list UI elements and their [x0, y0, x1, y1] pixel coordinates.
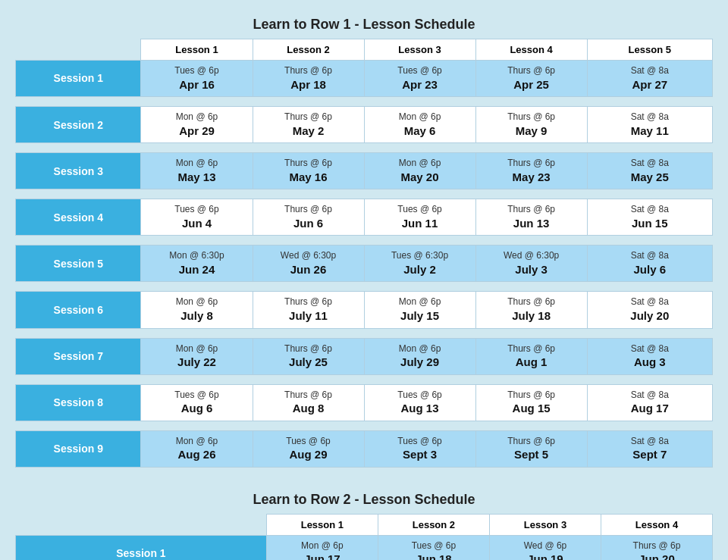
lesson-cell: Sat @ 8aAug 3	[587, 338, 712, 374]
lesson-cell: Mon @ 6pApr 29	[141, 107, 253, 143]
lesson-cell: Tues @ 6:30pJuly 2	[364, 246, 475, 282]
session-label-4: Session 4	[16, 199, 141, 236]
lesson-cell: Wed @ 6:30pJun 26	[253, 246, 364, 282]
empty-header	[16, 39, 141, 61]
lesson-cell: Mon @ 6pMay 6	[364, 107, 475, 143]
table-row: Session 1Tues @ 6pApr 16Thurs @ 6pApr 18…	[16, 61, 713, 97]
lesson-cell: Tues @ 6pAug 6	[141, 384, 253, 421]
lesson-cell: Sat @ 8aJuly 6	[587, 246, 712, 282]
lesson-cell: Thurs @ 6pMay 23	[475, 153, 587, 189]
lesson-cell: Thurs @ 6pJuly 11	[253, 292, 364, 328]
lesson-cell: Tues @ 6pApr 23	[364, 61, 475, 97]
table-row: Session 5Mon @ 6:30pJun 24Wed @ 6:30pJun…	[16, 246, 713, 282]
spacer-row	[16, 328, 713, 338]
lesson-cell: Thurs @ 6pJun 20	[601, 535, 712, 560]
lesson-header-3: Lesson 3	[364, 39, 475, 61]
session-label-8: Session 8	[16, 384, 141, 421]
session-label-9: Session 9	[16, 430, 141, 467]
session-label-7: Session 7	[16, 338, 141, 374]
page-container: Learn to Row 1 - Lesson Schedule Lesson …	[15, 8, 713, 560]
lesson-cell: Sat @ 8aMay 25	[587, 153, 712, 189]
lesson-cell: Thurs @ 6pApr 25	[475, 61, 587, 97]
lesson-cell: Tues @ 6pJun 4	[141, 199, 253, 236]
lesson-cell: Thurs @ 6pMay 9	[475, 107, 587, 143]
ltr1-table: Lesson 1Lesson 2Lesson 3Lesson 4Lesson 5…	[15, 39, 713, 468]
spacer-row	[16, 143, 713, 153]
lesson-cell: Tues @ 6pApr 16	[141, 61, 253, 97]
lesson-header-2: Lesson 2	[378, 514, 489, 535]
lesson-cell: Sat @ 8aMay 11	[587, 107, 712, 143]
lesson-cell: Thurs @ 6pAug 15	[475, 384, 587, 421]
session-label-6: Session 6	[16, 292, 141, 328]
table-row: Session 6Mon @ 6pJuly 8Thurs @ 6pJuly 11…	[16, 292, 713, 328]
lesson-cell: Sat @ 8aSept 7	[587, 430, 712, 467]
lesson-cell: Thurs @ 6pJun 13	[475, 199, 587, 236]
lesson-cell: Tues @ 6pJun 18	[378, 535, 489, 560]
lesson-cell: Mon @ 6pMay 13	[141, 153, 253, 189]
lesson-cell: Thurs @ 6pAug 8	[253, 384, 364, 421]
session-label-1: Session 1	[16, 535, 267, 560]
lesson-cell: Mon @ 6:30pJun 24	[141, 246, 253, 282]
ltr2-title: Learn to Row 2 - Lesson Schedule	[15, 483, 713, 514]
lesson-cell: Sat @ 8aJun 15	[587, 199, 712, 236]
lesson-cell: Thurs @ 6pJun 6	[253, 199, 364, 236]
lesson-cell: Wed @ 6:30pJuly 3	[475, 246, 587, 282]
ltr2-table: Lesson 1Lesson 2Lesson 3Lesson 4 Session…	[15, 514, 713, 560]
session-label-5: Session 5	[16, 246, 141, 282]
table-row: Session 8Tues @ 6pAug 6Thurs @ 6pAug 8Tu…	[16, 384, 713, 421]
lesson-cell: Thurs @ 6pJuly 18	[475, 292, 587, 328]
lesson-cell: Thurs @ 6pAug 1	[475, 338, 587, 374]
lesson-cell: Thurs @ 6pMay 16	[253, 153, 364, 189]
lesson-cell: Mon @ 6pJuly 22	[141, 338, 253, 374]
lesson-cell: Sat @ 8aApr 27	[587, 61, 712, 97]
lesson-cell: Mon @ 6pMay 20	[364, 153, 475, 189]
lesson-header-5: Lesson 5	[587, 39, 712, 61]
table-row: Session 1Mon @ 6pJun 17Tues @ 6pJun 18We…	[16, 535, 713, 560]
ltr1-title: Learn to Row 1 - Lesson Schedule	[15, 8, 713, 39]
lesson-cell: Sat @ 8aAug 17	[587, 384, 712, 421]
lesson-cell: Thurs @ 6pSept 5	[475, 430, 587, 467]
lesson-cell: Thurs @ 6pApr 18	[253, 61, 364, 97]
spacer-row	[16, 282, 713, 292]
empty-header	[16, 514, 267, 535]
lesson-cell: Thurs @ 6pMay 2	[253, 107, 364, 143]
lesson-header-3: Lesson 3	[489, 514, 601, 535]
lesson-cell: Tues @ 6pAug 29	[253, 430, 364, 467]
lesson-header-4: Lesson 4	[475, 39, 587, 61]
lesson-cell: Sat @ 8aJuly 20	[587, 292, 712, 328]
lesson-cell: Mon @ 6pJuly 15	[364, 292, 475, 328]
spacer-row	[16, 189, 713, 199]
lesson-cell: Tues @ 6pAug 13	[364, 384, 475, 421]
table-row: Session 7Mon @ 6pJuly 22Thurs @ 6pJuly 2…	[16, 338, 713, 374]
lesson-cell: Mon @ 6pAug 26	[141, 430, 253, 467]
lesson-cell: Mon @ 6pJuly 29	[364, 338, 475, 374]
table-row: Session 4Tues @ 6pJun 4Thurs @ 6pJun 6Tu…	[16, 199, 713, 236]
lesson-cell: Mon @ 6pJuly 8	[141, 292, 253, 328]
lesson-cell: Thurs @ 6pJuly 25	[253, 338, 364, 374]
lesson-header-1: Lesson 1	[141, 39, 253, 61]
session-label-2: Session 2	[16, 107, 141, 143]
table-row: Session 3Mon @ 6pMay 13Thurs @ 6pMay 16M…	[16, 153, 713, 189]
lesson-cell: Wed @ 6pJun 19	[489, 535, 601, 560]
lesson-header-4: Lesson 4	[601, 514, 712, 535]
spacer-row	[16, 236, 713, 246]
spacer-row	[16, 97, 713, 107]
session-label-3: Session 3	[16, 153, 141, 189]
spacer-row	[16, 421, 713, 430]
session-label-1: Session 1	[16, 61, 141, 97]
spacer-row	[16, 374, 713, 384]
lesson-header-2: Lesson 2	[253, 39, 364, 61]
table-row: Session 2Mon @ 6pApr 29Thurs @ 6pMay 2Mo…	[16, 107, 713, 143]
lesson-cell: Tues @ 6pJun 11	[364, 199, 475, 236]
lesson-cell: Mon @ 6pJun 17	[266, 535, 378, 560]
lesson-header-1: Lesson 1	[266, 514, 378, 535]
lesson-cell: Tues @ 6pSept 3	[364, 430, 475, 467]
table-row: Session 9Mon @ 6pAug 26Tues @ 6pAug 29Tu…	[16, 430, 713, 467]
